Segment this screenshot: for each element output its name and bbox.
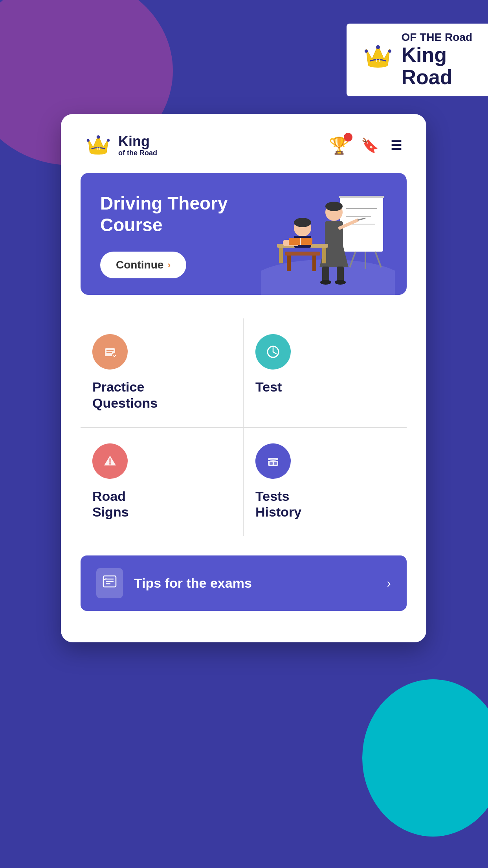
svg-point-10 [87, 139, 90, 142]
svg-rect-60 [270, 462, 273, 465]
svg-point-8 [90, 151, 107, 154]
tests-history-label: TestsHistory [255, 488, 395, 520]
top-logo-text: OF THE Road King Road [402, 31, 472, 88]
road-signs-label: RoadSigns [92, 488, 231, 520]
svg-point-57 [109, 463, 111, 465]
banner-content: Driving Theory Course Continue › [100, 193, 387, 278]
practice-questions-item[interactable]: PracticeQuestions [81, 318, 244, 428]
tips-chevron-icon: › [387, 576, 391, 590]
bookmark-button[interactable]: 🔖 [361, 137, 379, 154]
hero-banner: Driving Theory Course Continue › [81, 173, 407, 295]
chevron-right-icon: › [167, 259, 171, 270]
svg-point-3 [365, 50, 368, 53]
svg-point-30 [335, 280, 346, 285]
menu-button[interactable]: ☰ [391, 138, 403, 153]
app-logo: King of the Road [84, 134, 157, 157]
practice-questions-icon [92, 334, 128, 370]
svg-point-29 [320, 280, 331, 285]
tips-icon [96, 568, 123, 598]
practice-questions-label: PracticeQuestions [92, 379, 231, 411]
svg-point-4 [388, 50, 391, 53]
svg-rect-61 [274, 462, 277, 465]
svg-point-1 [368, 63, 388, 68]
svg-rect-59 [268, 458, 278, 466]
continue-button[interactable]: Continue › [100, 252, 186, 278]
app-header: King of the Road 🏆 🔖 ☰ [61, 114, 426, 169]
tips-bar[interactable]: Tips for the exams › [81, 555, 407, 611]
bg-blob-teal [362, 679, 488, 837]
tests-history-icon [255, 443, 291, 479]
road-signs-icon [92, 443, 128, 479]
svg-point-11 [107, 139, 110, 142]
svg-point-9 [97, 135, 100, 139]
phone-card: King of the Road 🏆 🔖 ☰ Driving Theory Co… [61, 114, 426, 642]
logo-crown-icon [84, 134, 112, 157]
top-logo-crown-icon [362, 43, 394, 77]
logo-text: King of the Road [118, 134, 157, 157]
svg-point-2 [376, 45, 380, 49]
test-label: Test [255, 379, 395, 395]
trophy-button[interactable]: 🏆 [329, 136, 349, 155]
banner-title: Driving Theory Course [100, 193, 387, 236]
test-item[interactable]: Test [244, 318, 407, 428]
road-signs-item[interactable]: RoadSigns [81, 428, 244, 536]
header-icons: 🏆 🔖 ☰ [329, 136, 403, 155]
tests-history-item[interactable]: TestsHistory [244, 428, 407, 536]
test-icon [255, 334, 291, 370]
tips-label: Tips for the exams [134, 576, 376, 591]
grid-menu: PracticeQuestions Test [61, 311, 426, 544]
top-logo-banner: OF THE Road King Road [347, 24, 488, 96]
notification-badge [344, 133, 352, 142]
